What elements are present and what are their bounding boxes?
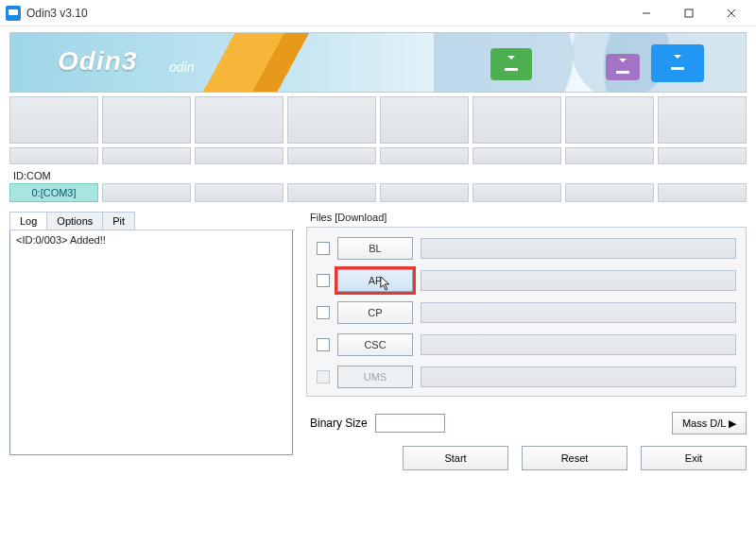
csc-checkbox[interactable] <box>317 338 330 351</box>
progress-slot <box>565 96 654 144</box>
window-title: Odin3 v3.10 <box>26 7 88 20</box>
ums-button: UMS <box>337 366 413 388</box>
files-group: BL AP CP <box>306 227 747 397</box>
banner-subtitle: odin <box>169 60 194 75</box>
left-pane: Log Options Pit <ID:0/003> Added!! <box>9 212 295 470</box>
svg-rect-1 <box>685 9 693 17</box>
bl-button[interactable]: BL <box>337 237 413 260</box>
right-pane: Files [Download] BL AP <box>306 212 747 470</box>
progress-bar <box>380 147 469 164</box>
file-row-ums: UMS <box>317 366 736 388</box>
banner-accent <box>189 33 324 92</box>
progress-bar <box>102 147 191 164</box>
csc-path-field[interactable] <box>421 334 736 355</box>
ums-button-label: UMS <box>364 371 387 383</box>
file-row-bl: BL <box>317 237 736 260</box>
ap-checkbox[interactable] <box>317 274 330 287</box>
ap-path-field[interactable] <box>421 270 736 291</box>
ap-button-label: AP <box>369 275 383 286</box>
bl-button-label: BL <box>369 243 381 254</box>
progress-bar <box>9 147 98 164</box>
progress-bar <box>287 147 376 164</box>
app-icon <box>6 6 21 21</box>
tab-log[interactable]: Log <box>9 212 47 230</box>
mass-download-label: Mass D/L ▶ <box>682 417 736 430</box>
idcom-port[interactable] <box>287 183 376 202</box>
idcom-port-active[interactable]: 0:[COM3] <box>9 183 98 202</box>
cp-path-field[interactable] <box>421 302 736 323</box>
download-icon <box>651 44 704 82</box>
progress-bar <box>565 147 654 164</box>
ums-path-field <box>421 366 736 387</box>
log-textarea[interactable]: <ID:0/003> Added!! <box>9 230 293 455</box>
idcom-port[interactable] <box>565 183 654 202</box>
tab-pit[interactable]: Pit <box>102 212 135 230</box>
maximize-button[interactable] <box>667 0 710 26</box>
action-row: Start Reset Exit <box>306 446 747 470</box>
progress-slot <box>9 96 98 144</box>
banner: Odin3 odin <box>9 32 747 93</box>
file-row-ap: AP <box>317 269 736 292</box>
reset-button-label: Reset <box>561 452 589 464</box>
idcom-port[interactable] <box>195 183 284 202</box>
download-icon <box>606 54 640 80</box>
log-line: <ID:0/003> Added!! <box>16 234 286 246</box>
close-button[interactable] <box>710 0 752 26</box>
idcom-port[interactable] <box>102 183 191 202</box>
progress-bars-row <box>9 147 747 164</box>
start-button-label: Start <box>444 452 466 464</box>
idcom-port[interactable] <box>658 183 747 202</box>
file-row-csc: CSC <box>317 333 736 356</box>
ums-checkbox <box>317 370 330 383</box>
start-button[interactable]: Start <box>403 446 508 470</box>
idcom-row: 0:[COM3] <box>9 183 747 202</box>
idcom-port[interactable] <box>472 183 561 202</box>
csc-button[interactable]: CSC <box>337 333 413 356</box>
files-group-label: Files [Download] <box>310 212 747 223</box>
progress-bar <box>658 147 747 164</box>
cp-checkbox[interactable] <box>317 306 330 319</box>
idcom-port[interactable] <box>380 183 469 202</box>
progress-slot <box>287 96 376 144</box>
mass-download-button[interactable]: Mass D/L ▶ <box>672 412 747 434</box>
progress-bar <box>472 147 561 164</box>
progress-slot <box>658 96 747 144</box>
progress-slot <box>195 96 284 144</box>
cp-button-label: CP <box>368 307 382 318</box>
tabs: Log Options Pit <box>9 212 295 230</box>
file-row-cp: CP <box>317 301 736 324</box>
minimize-button[interactable] <box>625 0 667 26</box>
binary-size-label: Binary Size <box>310 417 368 430</box>
exit-button[interactable]: Exit <box>641 446 747 470</box>
tab-options[interactable]: Options <box>46 212 103 230</box>
banner-logo: Odin3 <box>58 46 137 77</box>
reset-button[interactable]: Reset <box>522 446 627 470</box>
csc-button-label: CSC <box>364 339 386 350</box>
window-controls <box>625 0 752 26</box>
bl-path-field[interactable] <box>421 238 736 259</box>
download-icon <box>490 48 532 80</box>
titlebar: Odin3 v3.10 <box>0 0 756 26</box>
cp-button[interactable]: CP <box>337 301 413 324</box>
binary-size-row: Binary Size Mass D/L ▶ <box>310 412 747 434</box>
ap-button[interactable]: AP <box>337 269 413 292</box>
progress-slot <box>102 96 191 144</box>
exit-button-label: Exit <box>685 452 702 464</box>
idcom-label: ID:COM <box>13 170 756 181</box>
progress-bar <box>195 147 284 164</box>
binary-size-field[interactable] <box>375 414 445 433</box>
progress-slots-row <box>9 96 747 144</box>
progress-slot <box>472 96 561 144</box>
progress-slot <box>380 96 469 144</box>
bl-checkbox[interactable] <box>317 242 330 255</box>
